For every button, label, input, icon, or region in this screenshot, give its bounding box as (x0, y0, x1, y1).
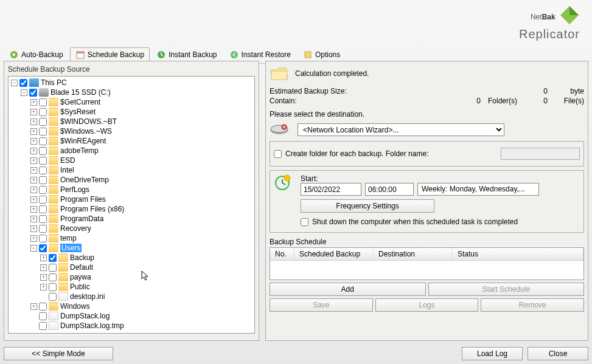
tree-node-desktop-ini[interactable]: desktop.ini (10, 292, 253, 301)
checkbox-this-pc[interactable] (19, 79, 27, 87)
expand-icon[interactable]: + (40, 264, 47, 271)
checkbox-shutdown[interactable] (301, 218, 308, 226)
tree-node[interactable]: +Default (10, 263, 253, 272)
checkbox[interactable] (39, 322, 47, 330)
tree-node[interactable]: +Program Files (10, 194, 253, 204)
tree-node[interactable]: +OneDriveTemp (10, 175, 253, 185)
expand-icon[interactable]: + (40, 284, 47, 290)
tree-node[interactable]: +temp (10, 233, 253, 243)
checkbox[interactable] (39, 176, 47, 184)
expand-icon[interactable]: + (30, 167, 37, 174)
expand-icon[interactable]: + (30, 138, 37, 145)
checkbox[interactable] (39, 167, 47, 174)
tree-node[interactable]: +Recovery (10, 224, 253, 233)
checkbox-users[interactable] (39, 244, 47, 252)
expand-icon[interactable]: + (30, 187, 37, 193)
tree-node-users[interactable]: − Users (10, 243, 253, 253)
checkbox-create-folder[interactable] (274, 150, 282, 158)
checkbox[interactable] (39, 215, 47, 223)
checkbox[interactable] (39, 312, 47, 320)
checkbox[interactable] (39, 186, 47, 194)
expand-icon[interactable]: + (30, 303, 37, 310)
checkbox[interactable] (39, 235, 47, 242)
expand-icon[interactable]: + (30, 128, 37, 135)
checkbox[interactable] (39, 98, 47, 106)
start-time-input[interactable] (365, 183, 414, 196)
tree-node[interactable]: +ProgramData (10, 214, 253, 224)
start-date-input[interactable] (301, 183, 361, 196)
checkbox[interactable] (39, 196, 47, 204)
start-schedule-button[interactable]: Start Schedule (428, 283, 585, 296)
tree-node[interactable]: +$GetCurrent (10, 97, 253, 107)
tab-instant-restore[interactable]: Instant Restore (224, 47, 296, 62)
tree-node[interactable]: +Program Files (x86) (10, 204, 253, 214)
checkbox[interactable] (49, 254, 57, 262)
remove-button[interactable]: Remove (481, 298, 584, 312)
collapse-icon[interactable]: − (30, 245, 37, 252)
tree-node[interactable]: +paywa (10, 272, 253, 282)
expand-icon[interactable]: + (30, 177, 37, 184)
tree-node-drive[interactable]: − Blade 15 SSD (C:) (10, 88, 253, 97)
expand-icon[interactable]: + (30, 196, 37, 203)
expand-icon[interactable]: + (30, 225, 37, 232)
expand-icon[interactable]: + (30, 235, 37, 242)
tree-node[interactable]: +PerfLogs (10, 185, 253, 194)
tree-node[interactable]: +Public (10, 282, 253, 292)
checkbox[interactable] (39, 137, 47, 145)
simple-mode-button[interactable]: << Simple Mode (4, 347, 113, 360)
th-destination[interactable]: Destination (374, 248, 453, 260)
expand-icon[interactable]: + (40, 255, 47, 261)
add-button[interactable]: Add (270, 283, 426, 296)
tree-node[interactable]: +adobeTemp (10, 146, 253, 156)
checkbox-drive[interactable] (29, 89, 37, 97)
checkbox[interactable] (39, 128, 47, 136)
tree-node[interactable]: +ESD (10, 156, 253, 165)
checkbox[interactable] (39, 108, 47, 116)
checkbox[interactable] (49, 283, 57, 291)
th-no[interactable]: No. (270, 248, 294, 260)
close-button[interactable]: Close (528, 347, 588, 360)
save-button[interactable]: Save (270, 298, 373, 312)
expand-icon[interactable]: + (30, 109, 37, 115)
tab-auto-backup[interactable]: Auto-Backup (4, 47, 69, 62)
checkbox-file[interactable] (49, 293, 57, 301)
checkbox[interactable] (49, 273, 57, 281)
checkbox[interactable] (39, 118, 47, 126)
tree-node[interactable]: +$Windows.~WS (10, 126, 253, 136)
tree-node[interactable]: +Windows (10, 301, 253, 311)
expand-icon[interactable]: + (40, 274, 47, 281)
th-status[interactable]: Status (453, 248, 583, 260)
tree-node[interactable]: DumpStack.log.tmp (10, 321, 253, 331)
frequency-settings-button[interactable]: Frequency Settings (301, 199, 434, 213)
checkbox[interactable] (39, 205, 47, 213)
tab-instant-backup[interactable]: Instant Backup (151, 47, 222, 62)
tree-node[interactable]: DumpStack.log (10, 311, 253, 321)
tree-node[interactable]: +$WinREAgent (10, 136, 253, 146)
tab-options[interactable]: Options (298, 47, 346, 62)
tree-node[interactable]: +$SysReset (10, 107, 253, 117)
logs-button[interactable]: Logs (375, 298, 479, 312)
checkbox[interactable] (39, 157, 47, 165)
collapse-icon[interactable]: − (21, 89, 27, 96)
tree-node[interactable]: +Intel (10, 165, 253, 175)
expand-icon[interactable]: + (30, 118, 37, 125)
checkbox[interactable] (39, 147, 47, 155)
expand-icon[interactable]: + (30, 206, 37, 213)
checkbox[interactable] (39, 225, 47, 233)
checkbox[interactable] (49, 264, 57, 272)
source-tree[interactable]: − This PC − Blade 15 SSD (C:) +$GetCurre… (8, 76, 255, 334)
tree-node[interactable]: +Backup (10, 253, 253, 263)
expand-icon[interactable]: + (30, 99, 37, 106)
tree-node-this-pc[interactable]: − This PC (10, 78, 253, 88)
th-scheduled-backup[interactable]: Scheduled Backup (294, 248, 374, 260)
checkbox[interactable] (39, 303, 47, 311)
expand-icon[interactable]: + (30, 157, 37, 164)
expand-icon[interactable]: + (30, 148, 37, 154)
load-log-button[interactable]: Load Log (462, 347, 523, 360)
tree-node[interactable]: +$WINDOWS.~BT (10, 117, 253, 126)
folder-name-input[interactable] (501, 148, 580, 160)
tab-schedule-backup[interactable]: Schedule Backup (70, 47, 150, 62)
destination-select[interactable]: <Network Location Wizard>... (298, 123, 504, 136)
expand-icon[interactable]: + (30, 216, 37, 222)
collapse-icon[interactable]: − (11, 80, 18, 86)
